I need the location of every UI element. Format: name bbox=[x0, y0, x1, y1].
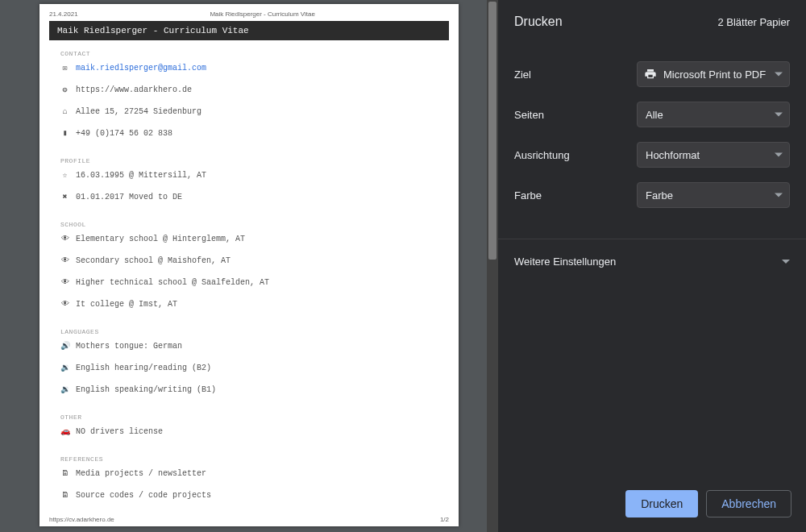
contact-address: Allee 15, 27254 Siedenburg bbox=[76, 106, 202, 118]
cv-title-bar: Maik Riedlsperger - Curriculum Vitae bbox=[49, 21, 449, 40]
lang-3: English speaking/writing (B1) bbox=[76, 384, 216, 396]
school-3: Higher technical school @ Saalfelden, AT bbox=[76, 276, 269, 289]
volume-icon: 🔉 bbox=[60, 385, 69, 394]
ref-row-1: 🗎Media projects / newsletter bbox=[49, 466, 449, 481]
section-label-profile: PROFILE bbox=[49, 157, 449, 164]
contact-phone-row: ▮ +49 (0)174 56 02 838 bbox=[49, 126, 449, 141]
eye-icon: 👁 bbox=[60, 235, 69, 243]
print-sidebar: Drucken 2 Blätter Papier Ziel Microsoft … bbox=[498, 0, 806, 532]
cancel-button[interactable]: Abbrechen bbox=[706, 490, 791, 517]
profile-birth: 16.03.1995 @ Mittersill, AT bbox=[76, 169, 206, 181]
star-icon: ☆ bbox=[60, 171, 69, 180]
profile-birth-row: ☆ 16.03.1995 @ Mittersill, AT bbox=[49, 168, 449, 183]
volume-icon: 🔉 bbox=[60, 364, 69, 372]
footer-buttons: Drucken Abbrechen bbox=[498, 479, 806, 532]
pages-value: Alle bbox=[646, 109, 663, 121]
school-row-2: 👁Secondary school @ Maishofen, AT bbox=[49, 253, 449, 268]
mail-icon: ✉ bbox=[60, 64, 69, 73]
label-pages: Seiten bbox=[514, 109, 544, 121]
lang-row-3: 🔉English speaking/writing (B1) bbox=[49, 382, 449, 397]
preview-scrollbar-track[interactable] bbox=[487, 0, 498, 532]
print-button[interactable]: Drucken bbox=[625, 490, 698, 517]
divider bbox=[498, 239, 806, 239]
eye-icon: 👁 bbox=[60, 256, 69, 265]
profile-moved-row: ✖ 01.01.2017 Moved to DE bbox=[49, 189, 449, 205]
chevron-down-icon bbox=[775, 73, 783, 77]
school-4: It college @ Imst, AT bbox=[76, 298, 177, 310]
section-label-school: SCHOOL bbox=[49, 221, 449, 228]
contact-email: maik.riedlsperger@gmail.com bbox=[76, 62, 206, 74]
chevron-down-icon bbox=[775, 153, 783, 157]
school-row-3: 👁Higher technical school @ Saalfelden, A… bbox=[49, 275, 449, 290]
print-preview-pane: 21.4.2021 Maik Riedlsperger - Curriculum… bbox=[0, 0, 498, 532]
page-header-title: Maik Riedlsperger - Curriculum Vitae bbox=[210, 10, 315, 18]
ref-2: Source codes / code projects bbox=[76, 489, 211, 501]
volume-icon: 🔊 bbox=[60, 342, 69, 351]
profile-moved: 01.01.2017 Moved to DE bbox=[76, 191, 182, 203]
setting-row-destination: Ziel Microsoft Print to PDF bbox=[514, 61, 790, 87]
more-settings-row[interactable]: Weitere Einstellungen bbox=[498, 243, 806, 281]
lang-row-2: 🔉English hearing/reading (B2) bbox=[49, 360, 449, 376]
pages-select[interactable]: Alle bbox=[637, 102, 790, 127]
printer-icon bbox=[644, 68, 657, 81]
sidebar-title: Drucken bbox=[514, 15, 563, 29]
setting-row-pages: Seiten Alle bbox=[514, 102, 790, 127]
color-select[interactable]: Farbe bbox=[637, 182, 790, 208]
contact-phone: +49 (0)174 56 02 838 bbox=[76, 127, 172, 139]
page-meta-spacer bbox=[447, 10, 449, 18]
settings-block: Ziel Microsoft Print to PDF Seiten Alle … bbox=[498, 44, 806, 235]
school-row-1: 👁Elementary school @ Hinterglemm, AT bbox=[49, 231, 449, 247]
lang-2: English hearing/reading (B2) bbox=[76, 362, 211, 374]
car-icon: 🚗 bbox=[60, 427, 69, 436]
chevron-down-icon bbox=[782, 260, 790, 264]
eye-icon: 👁 bbox=[60, 300, 69, 309]
chevron-down-icon bbox=[775, 193, 783, 197]
setting-row-color: Farbe Farbe bbox=[514, 182, 790, 208]
orientation-value: Hochformat bbox=[646, 149, 700, 161]
home-icon: ⌂ bbox=[60, 107, 69, 116]
school-row-4: 👁It college @ Imst, AT bbox=[49, 297, 449, 312]
destination-value: Microsoft Print to PDF bbox=[663, 69, 766, 81]
page-indicator: 1/2 bbox=[440, 516, 449, 523]
contact-email-row: ✉ maik.riedlsperger@gmail.com bbox=[49, 60, 449, 76]
page-date: 21.4.2021 bbox=[49, 10, 78, 18]
contact-website: https://www.adarkhero.de bbox=[76, 84, 192, 96]
gear-icon: ✖ bbox=[60, 193, 69, 202]
lang-1: Mothers tongue: German bbox=[76, 340, 182, 352]
label-color: Farbe bbox=[514, 189, 542, 202]
setting-row-orientation: Ausrichtung Hochformat bbox=[514, 142, 790, 168]
ref-1: Media projects / newsletter bbox=[76, 468, 206, 480]
section-label-contact: CONTACT bbox=[49, 50, 449, 57]
school-1: Elementary school @ Hinterglemm, AT bbox=[76, 233, 245, 245]
label-orientation: Ausrichtung bbox=[514, 149, 570, 161]
eye-icon: 👁 bbox=[60, 278, 69, 287]
sheet-count: 2 Blätter Papier bbox=[717, 16, 790, 28]
chevron-down-icon bbox=[775, 113, 783, 117]
section-label-references: REFERENCES bbox=[49, 455, 449, 463]
sidebar-header: Drucken 2 Blätter Papier bbox=[498, 0, 806, 44]
label-destination: Ziel bbox=[514, 69, 531, 81]
footer-url: https://cv.adarkhero.de bbox=[49, 516, 114, 523]
preview-page: 21.4.2021 Maik Riedlsperger - Curriculum… bbox=[39, 4, 459, 526]
preview-scrollbar-thumb[interactable] bbox=[488, 2, 496, 260]
other-row-1: 🚗NO drivers license bbox=[49, 424, 449, 439]
more-settings-label: Weitere Einstellungen bbox=[514, 256, 616, 268]
file-icon: 🗎 bbox=[60, 469, 69, 478]
file-icon: 🗎 bbox=[60, 491, 69, 500]
school-2: Secondary school @ Maishofen, AT bbox=[76, 255, 231, 267]
phone-icon: ▮ bbox=[60, 129, 69, 138]
contact-address-row: ⌂ Allee 15, 27254 Siedenburg bbox=[49, 104, 449, 119]
section-label-other: OTHER bbox=[49, 414, 449, 421]
lang-row-1: 🔊Mothers tongue: German bbox=[49, 339, 449, 354]
contact-website-row: ❂ https://www.adarkhero.de bbox=[49, 82, 449, 98]
ref-row-2: 🗎Source codes / code projects bbox=[49, 488, 449, 503]
page-meta: 21.4.2021 Maik Riedlsperger - Curriculum… bbox=[49, 10, 449, 18]
orientation-select[interactable]: Hochformat bbox=[637, 142, 790, 168]
color-value: Farbe bbox=[646, 189, 673, 202]
page-footer: https://cv.adarkhero.de 1/2 bbox=[49, 513, 449, 523]
other-1: NO drivers license bbox=[76, 426, 163, 438]
destination-select[interactable]: Microsoft Print to PDF bbox=[637, 61, 790, 87]
globe-icon: ❂ bbox=[60, 85, 69, 94]
section-label-languages: LANGUAGES bbox=[49, 328, 449, 335]
